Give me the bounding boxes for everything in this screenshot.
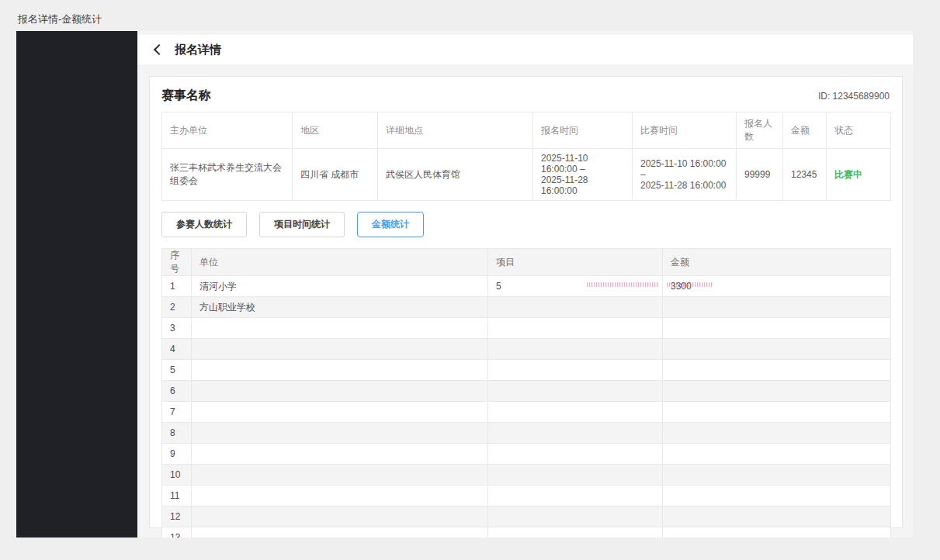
- info-data-row: 张三丰杯武术养生交流大会组委会 四川省 成都市 武侯区人民体育馆 2025-11…: [162, 149, 891, 201]
- tab-project-time-stats[interactable]: 项目时间统计: [259, 212, 345, 237]
- stats-cell-project: [488, 381, 663, 402]
- stats-cell-unit: [192, 527, 488, 538]
- stats-cell-no: 6: [162, 381, 192, 402]
- stats-cell-unit: [192, 318, 488, 339]
- col-address: 详细地点: [378, 112, 533, 149]
- stats-cell-no: 1: [162, 276, 192, 297]
- stats-table-row: 8: [162, 423, 891, 444]
- stats-cell-unit: [192, 506, 488, 527]
- stats-cell-project: [488, 318, 663, 339]
- amount-cell: 12345: [783, 149, 827, 201]
- stats-cell-amount: [663, 339, 891, 360]
- stats-table-row: 5: [162, 360, 891, 381]
- stats-cell-no: 2: [162, 297, 192, 318]
- stats-cell-amount: [663, 465, 891, 486]
- event-info-table: 主办单位 地区 详细地点 报名时间 比赛时间 报名人数 金额 状态 张三丰杯武术…: [161, 112, 891, 201]
- stats-header-row: 序号 单位 项目 金额: [162, 249, 891, 276]
- stats-cell-no: 3: [162, 318, 192, 339]
- stats-cell-amount: [663, 444, 891, 465]
- signup-time-line2: 2025-11-28 16:00:00: [541, 175, 624, 196]
- stats-cell-unit: [192, 486, 488, 506]
- col-signup-count: 报名人数: [737, 112, 783, 149]
- stats-cell-unit: [192, 444, 488, 465]
- card-header: 赛事名称 ID: 12345689900: [161, 88, 890, 104]
- address-cell: 武侯区人民体育馆: [378, 149, 533, 201]
- stats-cell-amount: [663, 318, 891, 339]
- stats-table-row: 3: [162, 318, 891, 339]
- stats-table-row: 1清河小学53300: [162, 276, 891, 297]
- event-name-title: 赛事名称: [161, 88, 211, 104]
- stats-cell-unit: [192, 423, 488, 444]
- region-cell: 四川省 成都市: [293, 149, 378, 201]
- stats-cell-project: [488, 423, 663, 444]
- stats-cell-amount: [663, 423, 891, 444]
- chevron-left-icon: [154, 44, 165, 55]
- stats-table-row: 7: [162, 402, 891, 423]
- col-signup-time: 报名时间: [533, 112, 633, 149]
- stats-cell-no: 7: [162, 402, 192, 423]
- stat-tabs: 参赛人数统计 项目时间统计 金额统计: [161, 212, 890, 237]
- stats-cell-unit: 方山职业学校: [192, 297, 488, 318]
- stats-cell-project: [488, 486, 663, 506]
- stats-cell-no: 4: [162, 339, 192, 360]
- amount-stats-table: 序号 单位 项目 金额 1清河小学533002方山职业学校34567891011…: [161, 248, 891, 538]
- stats-cell-project: [488, 360, 663, 381]
- match-time-line1: 2025-11-10 16:00:00 –: [640, 158, 728, 180]
- stats-cell-amount: [663, 527, 891, 538]
- info-header-row: 主办单位 地区 详细地点 报名时间 比赛时间 报名人数 金额 状态: [162, 112, 891, 149]
- signup-time-line1: 2025-11-10 16:00:00 –: [541, 153, 624, 175]
- stats-cell-amount: [663, 360, 891, 381]
- col-unit: 单位: [192, 249, 488, 276]
- page-title: 报名详情-金额统计: [18, 12, 102, 26]
- col-organizer: 主办单位: [162, 112, 293, 149]
- stats-table-body: 1清河小学533002方山职业学校345678910111213: [162, 276, 891, 538]
- stats-table-container: 序号 单位 项目 金额 1清河小学533002方山职业学校34567891011…: [161, 248, 890, 538]
- stats-cell-amount: [663, 402, 891, 423]
- tab-participant-count-stats[interactable]: 参赛人数统计: [161, 212, 247, 237]
- stats-table-row: 2方山职业学校: [162, 297, 891, 318]
- stats-table-row: 10: [162, 465, 891, 486]
- tab-amount-stats[interactable]: 金额统计: [357, 212, 424, 237]
- organizer-cell: 张三丰杯武术养生交流大会组委会: [162, 149, 293, 201]
- stats-table-row: 4: [162, 339, 891, 360]
- stats-table-row: 11: [162, 486, 891, 506]
- event-detail-card: 赛事名称 ID: 12345689900 主办单位 地区 详细地点 报名时间 比…: [149, 76, 903, 528]
- app-window: 报名详情 赛事名称 ID: 12345689900 主办单位 地区 详细地点: [16, 31, 913, 538]
- signup-count-cell: 99999: [737, 149, 783, 201]
- stats-table-row: 13: [162, 527, 891, 538]
- col-index: 序号: [162, 249, 192, 276]
- sidebar: [16, 31, 137, 538]
- stats-cell-project: [488, 465, 663, 486]
- stats-cell-no: 11: [162, 486, 192, 506]
- col-match-time: 比赛时间: [633, 112, 737, 149]
- stats-cell-no: 13: [162, 527, 192, 538]
- stats-cell-project: [488, 297, 663, 318]
- stats-cell-project: [488, 339, 663, 360]
- stats-table-row: 12: [162, 506, 891, 527]
- stats-cell-amount: [663, 297, 891, 318]
- topbar-title: 报名详情: [175, 43, 221, 57]
- match-time-cell: 2025-11-10 16:00:00 – 2025-11-28 16:00:0…: [633, 149, 737, 201]
- stats-cell-project: 5: [488, 276, 663, 297]
- stats-cell-unit: [192, 402, 488, 423]
- stats-cell-project: [488, 402, 663, 423]
- stats-cell-project: [488, 506, 663, 527]
- stats-cell-amount: [663, 381, 891, 402]
- stats-cell-unit: [192, 381, 488, 402]
- stats-cell-project: [488, 444, 663, 465]
- stats-cell-no: 5: [162, 360, 192, 381]
- back-button[interactable]: [153, 44, 164, 55]
- stats-cell-unit: 清河小学: [192, 276, 488, 297]
- stats-cell-amount: [663, 506, 891, 527]
- stats-table-row: 6: [162, 381, 891, 402]
- stats-cell-unit: [192, 339, 488, 360]
- stats-cell-no: 12: [162, 506, 192, 527]
- stats-table-row: 9: [162, 444, 891, 465]
- stats-cell-no: 9: [162, 444, 192, 465]
- col-row-amount: 金额: [663, 249, 891, 276]
- stats-cell-unit: [192, 465, 488, 486]
- col-project: 项目: [488, 249, 663, 276]
- signup-time-cell: 2025-11-10 16:00:00 – 2025-11-28 16:00:0…: [533, 149, 633, 201]
- event-id: ID: 12345689900: [818, 91, 890, 102]
- stats-cell-project: [488, 527, 663, 538]
